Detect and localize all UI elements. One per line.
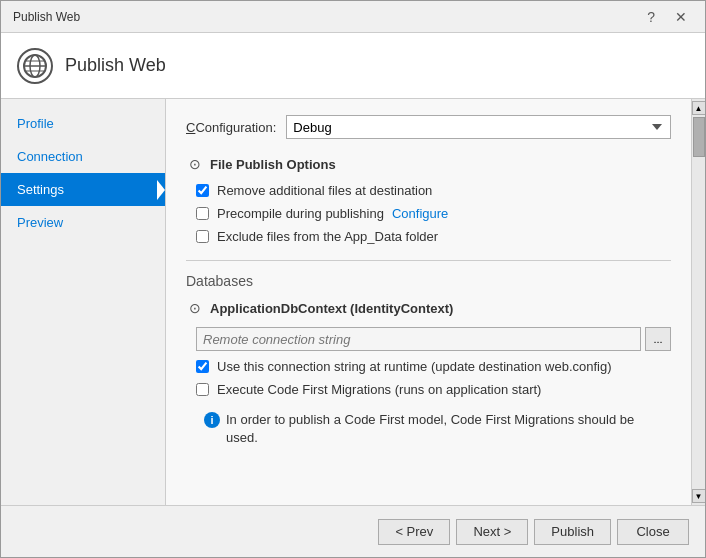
info-icon: i	[204, 412, 220, 428]
help-button[interactable]: ?	[641, 8, 661, 26]
config-label: CConfiguration:	[186, 120, 276, 135]
configure-link[interactable]: Configure	[392, 206, 448, 221]
browse-button[interactable]: ...	[645, 327, 671, 351]
scrollbar-up-arrow[interactable]: ▲	[692, 101, 706, 115]
publish-button[interactable]: Publish	[534, 519, 611, 545]
close-dialog-button[interactable]: Close	[617, 519, 689, 545]
header-title: Publish Web	[65, 55, 166, 76]
header-section: Publish Web	[1, 33, 705, 99]
exclude-app-data-label[interactable]: Exclude files from the App_Data folder	[217, 229, 438, 244]
db-section: ⊙ ApplicationDbContext (IdentityContext)…	[186, 299, 671, 453]
connection-string-row: ...	[186, 327, 671, 351]
execute-migrations-label[interactable]: Execute Code First Migrations (runs on a…	[217, 382, 541, 397]
main-content: Profile Connection Settings Preview CCon…	[1, 99, 705, 505]
close-button[interactable]: ✕	[669, 8, 693, 26]
exclude-app-data-checkbox[interactable]	[196, 230, 209, 243]
databases-label: Databases	[186, 273, 671, 289]
title-bar: Publish Web ? ✕	[1, 1, 705, 33]
section-divider	[186, 260, 671, 261]
footer: < Prev Next > Publish Close	[1, 505, 705, 557]
sidebar-item-profile[interactable]: Profile	[1, 107, 165, 140]
info-text: In order to publish a Code First model, …	[226, 411, 663, 447]
config-select[interactable]: Debug Release	[286, 115, 671, 139]
scrollbar[interactable]: ▲ ▼	[691, 99, 705, 505]
globe-icon	[17, 48, 53, 84]
scrollbar-down-arrow[interactable]: ▼	[692, 489, 706, 503]
sidebar-item-connection[interactable]: Connection	[1, 140, 165, 173]
config-row: CConfiguration: Debug Release	[186, 115, 671, 139]
file-publish-content: Remove additional files at destination P…	[186, 183, 671, 244]
sidebar-item-preview[interactable]: Preview	[1, 206, 165, 239]
sidebar: Profile Connection Settings Preview	[1, 99, 166, 505]
use-connection-string-row: Use this connection string at runtime (u…	[196, 359, 671, 374]
file-publish-collapse-btn[interactable]: ⊙	[186, 155, 204, 173]
app-db-header: ⊙ ApplicationDbContext (IdentityContext)	[186, 299, 671, 317]
remove-files-label[interactable]: Remove additional files at destination	[217, 183, 432, 198]
use-connection-string-checkbox[interactable]	[196, 360, 209, 373]
file-publish-header: ⊙ File Publish Options	[186, 155, 671, 173]
precompile-row: Precompile during publishing Configure	[196, 206, 671, 221]
prev-button[interactable]: < Prev	[378, 519, 450, 545]
next-button[interactable]: Next >	[456, 519, 528, 545]
file-publish-title: File Publish Options	[210, 157, 336, 172]
app-db-title: ApplicationDbContext (IdentityContext)	[210, 301, 453, 316]
execute-migrations-row: Execute Code First Migrations (runs on a…	[196, 382, 671, 397]
title-bar-buttons: ? ✕	[641, 8, 693, 26]
app-db-options: Use this connection string at runtime (u…	[186, 359, 671, 453]
app-db-collapse-btn[interactable]: ⊙	[186, 299, 204, 317]
sidebar-item-settings-wrapper: Settings	[1, 173, 165, 206]
execute-migrations-checkbox[interactable]	[196, 383, 209, 396]
publish-web-dialog: Publish Web ? ✕ Publish Web Profile Conn…	[0, 0, 706, 558]
precompile-checkbox[interactable]	[196, 207, 209, 220]
info-row: i In order to publish a Code First model…	[196, 405, 671, 453]
content-area: CConfiguration: Debug Release ⊙ File Pub…	[166, 99, 691, 505]
content-scroll-wrapper: CConfiguration: Debug Release ⊙ File Pub…	[166, 99, 705, 505]
exclude-app-data-row: Exclude files from the App_Data folder	[196, 229, 671, 244]
dialog-title: Publish Web	[13, 10, 80, 24]
precompile-label[interactable]: Precompile during publishing	[217, 206, 384, 221]
scrollbar-thumb[interactable]	[693, 117, 705, 157]
use-connection-string-label[interactable]: Use this connection string at runtime (u…	[217, 359, 612, 374]
connection-string-input[interactable]	[196, 327, 641, 351]
remove-files-checkbox[interactable]	[196, 184, 209, 197]
remove-files-row: Remove additional files at destination	[196, 183, 671, 198]
sidebar-item-settings[interactable]: Settings	[1, 173, 165, 206]
